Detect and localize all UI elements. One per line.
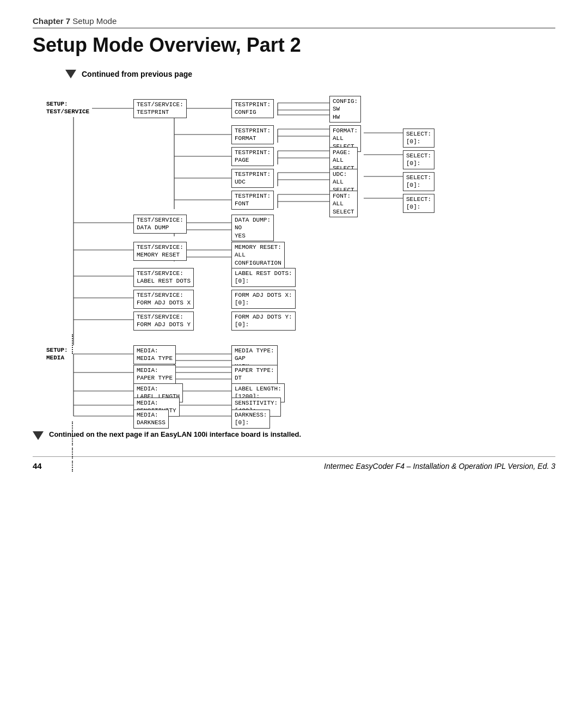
triangle-icon [65,70,76,78]
footer: 44 Intermec EasyCoder F4 – Installation … [33,461,555,471]
ts-labelrestdots-node: TEST/SERVICE: LABEL REST DOTS [133,268,194,287]
diagram-lines [33,84,555,421]
ts-datadump-node: TEST/SERVICE: DATA DUMP [133,215,187,234]
diagram: SETUP: TEST/SERVICE TEST/SERVICE: TESTPR… [33,84,555,421]
sel-format-node: SELECT: [0]: [403,129,434,148]
tp-config-node: TESTPRINT: CONFIG [231,99,274,118]
media-type-node: MEDIA: MEDIA TYPE [133,345,176,364]
sel-page-node: SELECT: [0]: [403,150,434,169]
page-number: 44 [33,461,42,471]
dotted-line-5 [72,461,73,472]
setup-media-node: SETUP: MEDIA [44,345,71,363]
font-all-node: FONT: ALL SELECT [329,191,358,217]
media-paper-node: MEDIA: PAPER TYPE [133,365,176,384]
ts-memoryreset-node: TEST/SERVICE: MEMORY RESET [133,242,187,261]
sel-font-node: SELECT: [0]: [403,194,434,213]
sel-udc-node: SELECT: [0]: [403,172,434,191]
ts-testprint-node: TEST/SERVICE: TESTPRINT [133,99,187,118]
ts-formAdjX-node: TEST/SERVICE: FORM ADJ DOTS X [133,290,194,309]
dotted-line-2 [72,421,73,432]
doc-title: Intermec EasyCoder F4 – Installation & O… [324,462,555,471]
setup-test-node: SETUP: TEST/SERVICE [44,99,92,117]
tp-page-node: TESTPRINT: PAGE [231,147,274,166]
fady-val-node: FORM ADJ DOTS Y: [0]: [231,311,296,331]
chapter-header: Chapter 7 Setup Mode [33,16,555,26]
dd-no-node: DATA DUMP: NO YES [231,215,274,241]
tp-format-node: TESTPRINT: FORMAT [231,125,274,144]
dotted-line-3 [72,435,73,445]
triangle-next-icon [33,431,44,440]
ts-formAdjY-node: TEST/SERVICE: FORM ADJ DOTS Y [133,311,194,331]
dark-val-node: DARKNESS: [0]: [231,410,270,429]
continued-from-banner: Continued from previous page [65,70,555,78]
mr-all-node: MEMORY RESET: ALL CONFIGURATION [231,242,285,268]
page-title: Setup Mode Overview, Part 2 [33,34,555,57]
media-dark-node: MEDIA: DARKNESS [133,410,169,429]
fadx-val-node: FORM ADJ DOTS X: [0]: [231,290,296,309]
tp-font-node: TESTPRINT: FONT [231,191,274,210]
continued-next-banner: Continued on the next page if an EasyLAN… [33,430,555,440]
lrd-val-node: LABEL REST DOTS: [0]: [231,268,296,287]
dotted-line-4 [72,448,73,459]
tp-udc-node: TESTPRINT: UDC [231,169,274,188]
dotted-line-1 [72,334,73,354]
config-sw-node: CONFIG: SW HW [329,96,361,123]
